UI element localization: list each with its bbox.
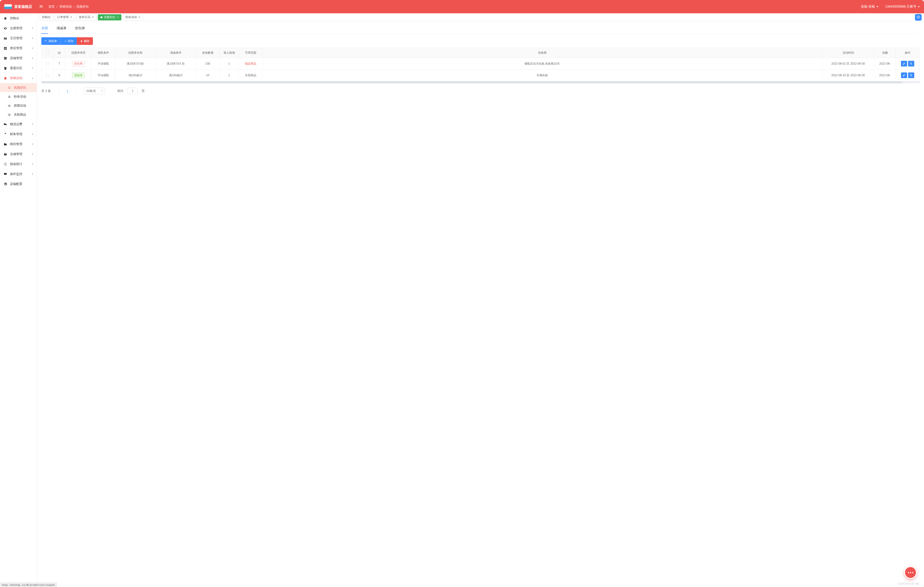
page-tab-3[interactable]: 优惠折扣✕	[98, 14, 121, 20]
sidebar-item-label: 拼团活动	[14, 104, 26, 108]
sidebar-item-12[interactable]: 操作监控	[0, 169, 37, 179]
chat-icon	[908, 572, 913, 573]
cell-rule: 满100打9.5 折	[155, 58, 196, 69]
chevron-down-icon	[31, 134, 33, 135]
filter-tab-0[interactable]: 全部	[41, 24, 48, 34]
list-icon	[7, 95, 11, 99]
row-checkbox[interactable]	[46, 62, 49, 65]
close-icon[interactable]: ✕	[70, 16, 72, 19]
sidebar-item-4[interactable]: 店铺管理	[0, 53, 37, 63]
breadcrumb-page[interactable]: 优惠折扣	[76, 5, 89, 9]
yen-icon	[3, 132, 7, 136]
total-count: 共 2 条	[41, 89, 51, 93]
chevron-down-icon	[31, 28, 33, 29]
tab-label: 发布宝贝	[79, 15, 90, 19]
chat-fab[interactable]	[904, 566, 917, 579]
breadcrumb-section[interactable]: 营销活动	[59, 5, 72, 9]
select-all-checkbox[interactable]	[46, 51, 49, 54]
col-qty: 发放数量	[196, 48, 220, 58]
page-number[interactable]: 1	[65, 89, 70, 93]
sidebar-item-1[interactable]: 交易管理	[0, 23, 37, 33]
close-icon[interactable]: ✕	[117, 16, 119, 19]
prev-page-button[interactable]: 〈	[54, 87, 61, 94]
sidebar-subitem-6-2[interactable]: 拼团活动	[0, 101, 37, 110]
sidebar-collapse-button[interactable]	[39, 4, 43, 9]
home-icon	[3, 16, 7, 20]
delete-button[interactable]: 删除	[77, 37, 93, 45]
sidebar-item-label: 关联商品	[14, 112, 26, 117]
status-bar-url: shop.lekshop.cn/#/promotion/coupon	[0, 583, 56, 587]
table-row: 6满减券手动领取满100减10满100减10101全部商品长期有效2022-06…	[41, 69, 919, 81]
next-page-button[interactable]: 〉	[74, 87, 80, 94]
sidebar-item-label: 店铺配置	[10, 182, 22, 186]
edit-button[interactable]	[901, 61, 907, 66]
close-icon[interactable]: ✕	[92, 16, 94, 19]
logo-text: 里客旗舰店	[14, 5, 32, 9]
sidebar-item-0[interactable]: 控制台	[0, 13, 37, 23]
cell-ops	[896, 58, 919, 69]
active-dot-icon	[101, 16, 102, 18]
sidebar-item-11[interactable]: 报表统计	[0, 159, 37, 169]
add-button[interactable]: ＋ 添加	[60, 37, 77, 45]
tab-label: 秒杀活动	[125, 15, 137, 19]
goto-page-input[interactable]	[127, 87, 138, 94]
goto-prefix: 前往	[117, 89, 124, 93]
sidebar-item-6[interactable]: 营销活动	[0, 73, 37, 83]
account-label: 13444555666:主账号	[885, 5, 916, 9]
trash-icon	[80, 40, 83, 43]
sidebar-subitem-6-1[interactable]: 秒杀活动	[0, 92, 37, 101]
folder-icon	[3, 142, 7, 146]
send-coupon-button[interactable]: 满送券	[41, 37, 60, 45]
sidebar-item-3[interactable]: 类目管理	[0, 43, 37, 53]
chevron-down-icon	[918, 6, 920, 7]
page-size-select[interactable]: 20条/页	[84, 87, 105, 94]
account-dropdown[interactable]: 13444555666:主账号	[885, 5, 920, 9]
close-icon[interactable]: ✕	[138, 16, 140, 19]
sidebar-item-5[interactable]: 逛逛社区	[0, 63, 37, 73]
page-tab-0[interactable]: 控制台	[40, 14, 53, 20]
cell-valid: 领取后当天生效,有效期10天	[262, 58, 822, 69]
view-button[interactable]	[908, 61, 914, 66]
filter-tab-1[interactable]: 满减券	[56, 24, 66, 34]
sidebar-item-8[interactable]: 财务管理	[0, 129, 37, 139]
eye-icon	[3, 26, 7, 30]
sidebar-item-2[interactable]: 宝贝管理	[0, 33, 37, 43]
cell-condition: 手动领取	[91, 69, 115, 81]
page-tab-2[interactable]: 发布宝贝✕	[76, 14, 96, 20]
sidebar-subitem-6-0[interactable]: 优惠折扣	[0, 83, 37, 92]
edit-button[interactable]	[901, 73, 907, 78]
filter-tab-2[interactable]: 折扣券	[75, 24, 85, 34]
sidebar-item-label: 秒杀活动	[14, 94, 26, 99]
row-checkbox[interactable]	[46, 74, 49, 77]
view-button[interactable]	[908, 73, 914, 78]
cell-id: 7	[53, 58, 65, 69]
horizontal-scrollbar[interactable]	[41, 81, 920, 83]
action-toolbar: 满送券 ＋ 添加 删除	[41, 37, 920, 45]
list-icon	[7, 104, 11, 107]
page-tab-1[interactable]: 订单管理✕	[54, 14, 75, 20]
chevron-down-icon	[31, 143, 33, 145]
chevron-down-icon	[31, 77, 33, 79]
cell-time: 2022-06-10 至 2022-06-30	[822, 69, 874, 81]
page-tab-4[interactable]: 秒杀活动✕	[123, 14, 143, 20]
sidebar-item-label: 财务管理	[10, 132, 22, 136]
sidebar-item-9[interactable]: 组织管理	[0, 139, 37, 149]
sidebar-subitem-6-3[interactable]: 关联商品	[0, 110, 37, 119]
sidebar-item-13[interactable]: 店铺配置	[0, 179, 37, 189]
cell-rule: 满100减10	[155, 69, 196, 81]
sidebar-item-label: 控制台	[10, 16, 19, 20]
cell-qty: 10	[196, 69, 220, 81]
breadcrumb-home[interactable]: 首页	[48, 5, 54, 9]
col-rule: 满减条件	[155, 48, 196, 58]
page-tabs: 控制台订单管理✕发布宝贝✕优惠折扣✕秒杀活动✕	[37, 13, 924, 21]
cell-type: 折扣券	[65, 58, 91, 69]
chevron-down-icon	[31, 153, 33, 155]
role-dropdown[interactable]: 老板-老板	[861, 5, 879, 9]
cell-ops	[896, 69, 919, 81]
chevron-down-icon	[31, 124, 33, 125]
sidebar-item-7[interactable]: 物流运费	[0, 119, 37, 129]
sidebar-item-10[interactable]: 仓储管理	[0, 149, 37, 159]
tabs-menu-button[interactable]	[915, 14, 922, 21]
tab-label: 订单管理	[57, 15, 69, 19]
monitor-icon	[3, 172, 7, 176]
